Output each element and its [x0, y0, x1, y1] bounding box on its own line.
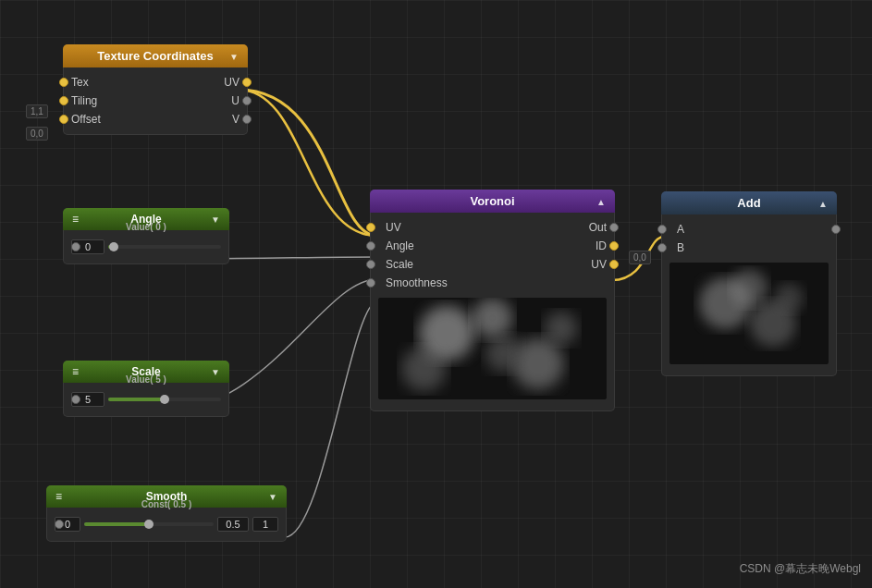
- add-row-b: B: [662, 239, 836, 257]
- voronoi-angle-socket: [366, 241, 375, 251]
- scale-out-socket: [71, 395, 80, 404]
- voronoi-scale-socket: [366, 260, 375, 269]
- node-voronoi: Voronoi ▲ UV Out Angle ID Scale UV Smoot…: [370, 190, 615, 411]
- add-row-a: A: [662, 220, 836, 239]
- voronoi-preview-svg: [378, 298, 607, 399]
- texcoord-tiling-in-socket: [59, 96, 68, 105]
- angle-out-socket: [71, 242, 80, 251]
- node-texcoord-title: Texture Coordinates: [97, 49, 213, 63]
- node-texcoord-header[interactable]: Texture Coordinates ▼: [63, 44, 248, 67]
- node-texcoord: Texture Coordinates ▼ Tex UV Tiling U Of…: [63, 44, 248, 135]
- node-angle-body: [63, 230, 229, 264]
- node-add: Add ▲ A B: [661, 191, 837, 376]
- angle-slider[interactable]: [108, 245, 221, 249]
- voronoi-scale-label: Scale: [378, 258, 497, 271]
- node-voronoi-title: Voronoi: [470, 194, 514, 208]
- texcoord-offset-in-socket: [59, 115, 68, 124]
- scale-subtitle: Value( 5 ): [63, 374, 229, 385]
- svg-point-10: [731, 270, 768, 307]
- texcoord-tex-out-label: UV: [155, 76, 239, 89]
- voronoi-row-uv: UV Out: [371, 218, 614, 237]
- texcoord-tiling-out-socket: [242, 96, 252, 105]
- voronoi-arrow: ▲: [596, 196, 606, 206]
- node-smooth-header[interactable]: ≡ Smooth Const( 0.5 ) ▼: [46, 485, 287, 508]
- add-preview-svg: [669, 263, 829, 364]
- node-angle-header[interactable]: ≡ Angle Value( 0 ) ▼: [63, 208, 229, 230]
- voronoi-uv-label: UV: [378, 221, 497, 234]
- angle-subtitle: Value( 0 ): [63, 222, 229, 232]
- texcoord-offset-out-socket: [242, 115, 252, 124]
- watermark: CSDN @幕志未晚Webgl: [740, 561, 861, 577]
- texcoord-row-tiling: Tiling U: [64, 92, 247, 110]
- node-angle: ≡ Angle Value( 0 ) ▼: [63, 208, 229, 264]
- smooth-slider[interactable]: [84, 522, 214, 526]
- voronoi-uv-out-label: UV: [497, 258, 608, 271]
- voronoi-uv-socket: [366, 223, 375, 232]
- texcoord-row-offset: Offset V: [64, 110, 247, 129]
- badge-voronoi-out: 0,0: [629, 251, 651, 264]
- texcoord-arrow: ▼: [229, 51, 239, 61]
- svg-point-5: [401, 347, 446, 391]
- node-add-header[interactable]: Add ▲: [661, 191, 837, 214]
- add-arrow: ▲: [818, 198, 828, 208]
- node-add-title: Add: [737, 196, 760, 210]
- voronoi-smoothness-label: Smoothness: [378, 276, 607, 289]
- add-preview: [669, 263, 829, 364]
- smooth-subtitle: Const( 0.5 ): [46, 499, 287, 509]
- node-voronoi-header[interactable]: Voronoi ▲: [370, 190, 615, 213]
- smooth-value-input[interactable]: [217, 517, 249, 532]
- smooth-arrow: ▼: [268, 492, 277, 502]
- svg-point-3: [473, 298, 513, 338]
- badge-00: 0,0: [26, 127, 48, 141]
- node-voronoi-body: UV Out Angle ID Scale UV Smoothness: [370, 213, 615, 411]
- smooth-out-socket: [55, 520, 64, 529]
- voronoi-id-socket: [609, 241, 619, 251]
- angle-slider-row: [64, 236, 228, 258]
- scale-slider-row: [64, 388, 228, 410]
- voronoi-row-scale: Scale UV: [371, 255, 614, 274]
- voronoi-uv-out-socket: [609, 260, 619, 269]
- texcoord-offset-out-label: V: [155, 113, 239, 126]
- voronoi-angle-label: Angle: [378, 239, 497, 252]
- smooth-slider-row: [47, 513, 286, 535]
- svg-point-6: [485, 336, 522, 373]
- voronoi-out-socket: [609, 223, 619, 232]
- svg-point-4: [545, 312, 578, 345]
- texcoord-tiling-label: Tiling: [71, 94, 155, 107]
- add-b-label: B: [669, 241, 829, 254]
- texcoord-offset-label: Offset: [71, 113, 155, 126]
- svg-point-11: [774, 284, 804, 313]
- texcoord-tex-in-socket: [59, 78, 68, 87]
- voronoi-smoothness-socket: [366, 278, 375, 288]
- scale-slider[interactable]: [108, 398, 221, 401]
- add-a-label: A: [669, 223, 829, 236]
- texcoord-tiling-out-label: U: [155, 94, 239, 107]
- node-scale-header[interactable]: ≡ Scale Value( 5 ) ▼: [63, 361, 229, 383]
- voronoi-id-label: ID: [497, 239, 608, 252]
- node-smooth: ≡ Smooth Const( 0.5 ) ▼: [46, 485, 287, 542]
- texcoord-row-tex: Tex UV: [64, 73, 247, 92]
- node-scale: ≡ Scale Value( 5 ) ▼: [63, 361, 229, 417]
- add-out-socket: [831, 225, 841, 234]
- voronoi-row-angle: Angle ID: [371, 237, 614, 255]
- angle-arrow: ▼: [211, 214, 220, 225]
- voronoi-out-label: Out: [497, 221, 608, 234]
- voronoi-preview: [378, 298, 607, 399]
- smooth-max-input[interactable]: [252, 517, 278, 532]
- voronoi-row-smoothness: Smoothness: [371, 274, 614, 292]
- node-scale-body: [63, 383, 229, 417]
- add-a-socket: [657, 225, 667, 234]
- node-smooth-body: [46, 508, 287, 542]
- add-b-socket: [657, 243, 667, 252]
- texcoord-tex-label: Tex: [71, 76, 155, 89]
- texcoord-tex-out-socket: [242, 78, 252, 87]
- scale-arrow: ▼: [211, 367, 220, 377]
- node-texcoord-body: Tex UV Tiling U Offset V: [63, 67, 248, 135]
- node-add-body: A B: [661, 214, 837, 376]
- badge-11: 1,1: [26, 104, 48, 118]
